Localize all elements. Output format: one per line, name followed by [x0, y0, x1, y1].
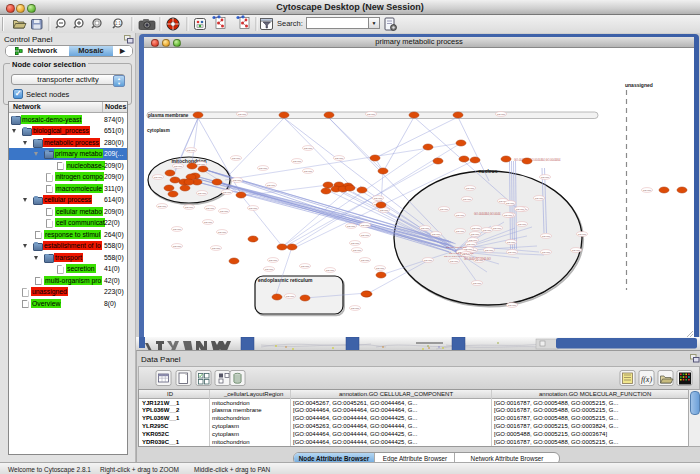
svg-text:GO-nnn: GO-nnn	[376, 267, 385, 269]
svg-text:GO-nnn: GO-nnn	[269, 259, 278, 261]
svg-text:GO-nnn: GO-nnn	[508, 304, 517, 306]
svg-text:GO-nnn: GO-nnn	[432, 233, 441, 235]
svg-text:GO-nnn: GO-nnn	[485, 249, 494, 251]
svg-text:GO-nnn: GO-nnn	[174, 165, 183, 167]
svg-text:GO-nnn: GO-nnn	[212, 247, 221, 249]
svg-text:GO-nnn: GO-nnn	[541, 176, 550, 178]
svg-text:GO-nnn: GO-nnn	[347, 225, 356, 227]
svg-text:GO-nnn: GO-nnn	[173, 228, 182, 230]
svg-text:endoplasmic reticulum: endoplasmic reticulum	[258, 277, 313, 283]
svg-text:GO-04,GO-0,GO-44: GO-04,GO-0,GO-44	[444, 255, 466, 258]
svg-text:GO-004,GO-00,GO: GO-004,GO-00,GO	[446, 246, 467, 249]
svg-text:GO-nnn: GO-nnn	[466, 187, 475, 189]
svg-text:GO-nnn: GO-nnn	[493, 227, 502, 229]
svg-text:f(x): f(x)	[641, 375, 652, 384]
svg-text:GO-nnn: GO-nnn	[267, 184, 276, 186]
svg-text:GO-nnn: GO-nnn	[473, 282, 482, 284]
svg-text:GO-nnn: GO-nnn	[173, 245, 182, 247]
svg-text:GO-nnn: GO-nnn	[158, 205, 167, 207]
svg-text:cytoplasm: cytoplasm	[147, 128, 170, 133]
svg-text:GO-nnn: GO-nnn	[233, 179, 242, 181]
svg-text:GO-nnn: GO-nnn	[542, 251, 551, 253]
svg-text:GO-nnn: GO-nnn	[197, 163, 206, 165]
svg-text:GO-nnn: GO-nnn	[440, 208, 449, 210]
svg-text:GO-nnn: GO-nnn	[506, 202, 515, 204]
svg-text:GO-nnn: GO-nnn	[472, 227, 481, 229]
svg-text:GO-nnn: GO-nnn	[463, 198, 472, 200]
svg-text:GO-nnn: GO-nnn	[469, 239, 478, 241]
svg-text:GO-nnn: GO-nnn	[304, 170, 313, 172]
svg-text:GO-nnn: GO-nnn	[220, 210, 229, 212]
svg-text:GO-nnn: GO-nnn	[578, 233, 587, 235]
svg-text:GO-nnn: GO-nnn	[471, 233, 480, 235]
svg-text:GO-nnn: GO-nnn	[374, 197, 383, 199]
svg-text:GO-nnn: GO-nnn	[497, 113, 506, 115]
svg-text:GO-nnn: GO-nnn	[542, 235, 551, 237]
svg-text:GO-nnn: GO-nnn	[450, 260, 459, 262]
svg-text:plasma membrane: plasma membrane	[148, 113, 189, 118]
svg-text:GO-nnn: GO-nnn	[421, 227, 430, 229]
svg-text:GO-nnn: GO-nnn	[187, 149, 196, 151]
svg-text:GO-nnn: GO-nnn	[198, 192, 207, 194]
svg-text:GO-nnn: GO-nnn	[361, 259, 370, 261]
svg-text:GO-nnn: GO-nnn	[380, 209, 389, 211]
svg-text:GO-nnn: GO-nnn	[507, 241, 516, 243]
svg-text:GO-nnn: GO-nnn	[424, 259, 433, 261]
svg-text:GO-nnn: GO-nnn	[304, 147, 313, 149]
svg-text:GO-nnn: GO-nnn	[218, 231, 227, 233]
svg-text:unassigned: unassigned	[625, 82, 653, 88]
svg-text:GO-nnn: GO-nnn	[232, 157, 241, 159]
svg-text:GO-0044464,GO-0044: GO-0044464,GO-0044	[474, 212, 501, 216]
svg-text:GO-nnn: GO-nnn	[456, 230, 465, 232]
svg-text:GO-nnn: GO-nnn	[326, 269, 335, 271]
svg-text:GO-nnn: GO-nnn	[286, 295, 295, 297]
svg-text:GO-nnn: GO-nnn	[223, 191, 232, 193]
svg-text:GO-nnn: GO-nnn	[361, 234, 370, 236]
svg-text:GO-nnn: GO-nnn	[353, 249, 362, 251]
svg-text:GO-0045,GO-0044,GO: GO-0045,GO-0044,GO	[464, 257, 491, 261]
svg-text:GO-nnn: GO-nnn	[265, 268, 274, 270]
svg-text:GO-nnn: GO-nnn	[516, 208, 525, 210]
svg-text:GO-nnn: GO-nnn	[508, 251, 517, 253]
svg-text:GO-nnn: GO-nnn	[367, 113, 376, 115]
svg-text:GO-nnn: GO-nnn	[643, 189, 652, 191]
svg-text:GO-nnn: GO-nnn	[483, 229, 492, 231]
svg-text:GO-nnn: GO-nnn	[204, 221, 213, 223]
svg-text:GO-nnn: GO-nnn	[293, 160, 302, 162]
svg-text:nucleus: nucleus	[479, 168, 498, 174]
svg-text:GO-nnn: GO-nnn	[249, 207, 258, 209]
svg-text:GO-nnn: GO-nnn	[185, 206, 194, 208]
svg-text:GO-nnn: GO-nnn	[518, 223, 527, 225]
svg-text:GO-nnn: GO-nnn	[504, 214, 513, 216]
svg-text:GO-nnn: GO-nnn	[361, 224, 370, 226]
svg-text:GO-nnn: GO-nnn	[467, 243, 476, 245]
svg-text:GO-nnn: GO-nnn	[351, 307, 360, 309]
svg-text:GO-nnn: GO-nnn	[206, 207, 215, 209]
svg-text:GO-nnn: GO-nnn	[351, 242, 360, 244]
svg-text:GO-nnn: GO-nnn	[301, 265, 310, 267]
svg-text:GO-nnn: GO-nnn	[259, 167, 268, 169]
svg-text:GO-nnn: GO-nnn	[335, 157, 344, 159]
svg-text:GO-nnn: GO-nnn	[456, 214, 465, 216]
svg-text:GO-nnn: GO-nnn	[572, 249, 581, 251]
svg-text:GO-nnn: GO-nnn	[154, 176, 163, 178]
svg-text:GO-nnn: GO-nnn	[238, 113, 247, 115]
svg-text:GO-0044464,GO-0044464,GO-00444: GO-0044464,GO-0044464,GO-0044464	[514, 158, 561, 162]
svg-text:1:1: 1:1	[115, 21, 122, 26]
svg-text:GO-nnn: GO-nnn	[535, 197, 544, 199]
